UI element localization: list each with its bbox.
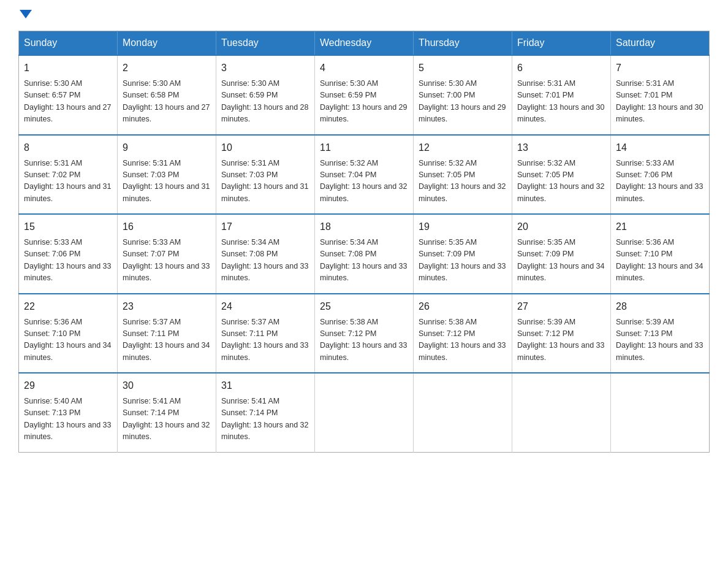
day-info: Sunrise: 5:40 AMSunset: 7:13 PMDaylight:… (24, 396, 112, 443)
calendar-cell: 3Sunrise: 5:30 AMSunset: 6:59 PMDaylight… (216, 55, 315, 135)
day-info: Sunrise: 5:34 AMSunset: 7:08 PMDaylight:… (221, 237, 309, 285)
calendar-cell: 21Sunrise: 5:36 AMSunset: 7:10 PMDayligh… (611, 214, 710, 294)
day-info: Sunrise: 5:37 AMSunset: 7:11 PMDaylight:… (123, 316, 211, 364)
day-info: Sunrise: 5:39 AMSunset: 7:12 PMDaylight:… (517, 316, 605, 364)
day-info: Sunrise: 5:32 AMSunset: 7:04 PMDaylight:… (320, 158, 408, 205)
calendar-header-thursday: Thursday (414, 31, 512, 56)
day-number: 2 (123, 61, 211, 75)
day-number: 1 (24, 61, 112, 75)
day-info: Sunrise: 5:35 AMSunset: 7:09 PMDaylight:… (517, 237, 605, 285)
day-info: Sunrise: 5:38 AMSunset: 7:12 PMDaylight:… (320, 316, 408, 364)
day-info: Sunrise: 5:39 AMSunset: 7:13 PMDaylight:… (616, 316, 704, 364)
day-info: Sunrise: 5:33 AMSunset: 7:06 PMDaylight:… (24, 237, 112, 285)
calendar-week-row: 8Sunrise: 5:31 AMSunset: 7:02 PMDaylight… (19, 135, 710, 215)
calendar-cell: 22Sunrise: 5:36 AMSunset: 7:10 PMDayligh… (19, 294, 118, 373)
calendar-header-tuesday: Tuesday (216, 31, 315, 56)
calendar-cell: 7Sunrise: 5:31 AMSunset: 7:01 PMDaylight… (611, 55, 710, 135)
day-number: 31 (221, 378, 309, 393)
calendar-cell: 4Sunrise: 5:30 AMSunset: 6:59 PMDaylight… (315, 55, 414, 135)
day-number: 13 (517, 140, 605, 155)
calendar-header-wednesday: Wednesday (315, 31, 414, 56)
day-number: 6 (517, 61, 605, 75)
day-number: 28 (616, 299, 704, 314)
day-number: 16 (123, 220, 211, 234)
day-info: Sunrise: 5:31 AMSunset: 7:01 PMDaylight:… (517, 78, 605, 126)
day-info: Sunrise: 5:35 AMSunset: 7:09 PMDaylight:… (419, 237, 507, 285)
day-info: Sunrise: 5:31 AMSunset: 7:02 PMDaylight:… (24, 158, 112, 205)
day-number: 18 (320, 220, 408, 234)
calendar-table: SundayMondayTuesdayWednesdayThursdayFrid… (18, 31, 710, 453)
calendar-cell: 26Sunrise: 5:38 AMSunset: 7:12 PMDayligh… (414, 294, 512, 373)
calendar-cell: 30Sunrise: 5:41 AMSunset: 7:14 PMDayligh… (118, 373, 216, 452)
calendar-cell: 24Sunrise: 5:37 AMSunset: 7:11 PMDayligh… (216, 294, 315, 373)
day-number: 23 (123, 299, 211, 314)
day-info: Sunrise: 5:36 AMSunset: 7:10 PMDaylight:… (616, 237, 704, 285)
calendar-cell: 14Sunrise: 5:33 AMSunset: 7:06 PMDayligh… (611, 135, 710, 215)
day-number: 11 (320, 140, 408, 155)
calendar-cell (414, 373, 512, 452)
calendar-cell: 12Sunrise: 5:32 AMSunset: 7:05 PMDayligh… (414, 135, 512, 215)
day-info: Sunrise: 5:32 AMSunset: 7:05 PMDaylight:… (419, 158, 507, 205)
day-number: 14 (616, 140, 704, 155)
day-number: 24 (221, 299, 309, 314)
day-number: 25 (320, 299, 408, 314)
calendar-cell: 25Sunrise: 5:38 AMSunset: 7:12 PMDayligh… (315, 294, 414, 373)
day-info: Sunrise: 5:37 AMSunset: 7:11 PMDaylight:… (221, 316, 309, 364)
calendar-header-friday: Friday (512, 31, 611, 56)
calendar-cell: 17Sunrise: 5:34 AMSunset: 7:08 PMDayligh… (216, 214, 315, 294)
day-number: 26 (419, 299, 507, 314)
calendar-week-row: 22Sunrise: 5:36 AMSunset: 7:10 PMDayligh… (19, 294, 710, 373)
calendar-cell: 15Sunrise: 5:33 AMSunset: 7:06 PMDayligh… (19, 214, 118, 294)
logo (18, 12, 32, 21)
day-number: 29 (24, 378, 112, 393)
day-info: Sunrise: 5:30 AMSunset: 6:58 PMDaylight:… (123, 78, 211, 126)
calendar-cell (512, 373, 611, 452)
day-info: Sunrise: 5:41 AMSunset: 7:14 PMDaylight:… (221, 396, 309, 443)
calendar-cell: 8Sunrise: 5:31 AMSunset: 7:02 PMDaylight… (19, 135, 118, 215)
calendar-cell: 18Sunrise: 5:34 AMSunset: 7:08 PMDayligh… (315, 214, 414, 294)
calendar-cell: 27Sunrise: 5:39 AMSunset: 7:12 PMDayligh… (512, 294, 611, 373)
logo-arrow-icon (20, 10, 32, 18)
calendar-cell: 5Sunrise: 5:30 AMSunset: 7:00 PMDaylight… (414, 55, 512, 135)
day-info: Sunrise: 5:30 AMSunset: 6:59 PMDaylight:… (320, 78, 408, 126)
calendar-header-sunday: Sunday (19, 31, 118, 56)
day-number: 15 (24, 220, 112, 234)
day-number: 5 (419, 61, 507, 75)
day-number: 27 (517, 299, 605, 314)
calendar-cell (315, 373, 414, 452)
day-number: 3 (221, 61, 309, 75)
day-info: Sunrise: 5:33 AMSunset: 7:07 PMDaylight:… (123, 237, 211, 285)
day-info: Sunrise: 5:34 AMSunset: 7:08 PMDaylight:… (320, 237, 408, 285)
day-number: 10 (221, 140, 309, 155)
day-number: 12 (419, 140, 507, 155)
day-info: Sunrise: 5:32 AMSunset: 7:05 PMDaylight:… (517, 158, 605, 205)
day-info: Sunrise: 5:31 AMSunset: 7:03 PMDaylight:… (123, 158, 211, 205)
day-number: 30 (123, 378, 211, 393)
calendar-cell: 31Sunrise: 5:41 AMSunset: 7:14 PMDayligh… (216, 373, 315, 452)
calendar-cell: 16Sunrise: 5:33 AMSunset: 7:07 PMDayligh… (118, 214, 216, 294)
calendar-cell: 19Sunrise: 5:35 AMSunset: 7:09 PMDayligh… (414, 214, 512, 294)
day-number: 22 (24, 299, 112, 314)
day-info: Sunrise: 5:30 AMSunset: 7:00 PMDaylight:… (419, 78, 507, 126)
day-number: 17 (221, 220, 309, 234)
calendar-header-saturday: Saturday (611, 31, 710, 56)
calendar-cell: 9Sunrise: 5:31 AMSunset: 7:03 PMDaylight… (118, 135, 216, 215)
day-info: Sunrise: 5:36 AMSunset: 7:10 PMDaylight:… (24, 316, 112, 364)
day-info: Sunrise: 5:30 AMSunset: 6:59 PMDaylight:… (221, 78, 309, 126)
page-header (18, 12, 710, 21)
day-info: Sunrise: 5:30 AMSunset: 6:57 PMDaylight:… (24, 78, 112, 126)
calendar-cell: 13Sunrise: 5:32 AMSunset: 7:05 PMDayligh… (512, 135, 611, 215)
calendar-cell: 28Sunrise: 5:39 AMSunset: 7:13 PMDayligh… (611, 294, 710, 373)
calendar-header-monday: Monday (118, 31, 216, 56)
day-info: Sunrise: 5:38 AMSunset: 7:12 PMDaylight:… (419, 316, 507, 364)
day-info: Sunrise: 5:33 AMSunset: 7:06 PMDaylight:… (616, 158, 704, 205)
day-info: Sunrise: 5:31 AMSunset: 7:01 PMDaylight:… (616, 78, 704, 126)
day-info: Sunrise: 5:31 AMSunset: 7:03 PMDaylight:… (221, 158, 309, 205)
day-number: 19 (419, 220, 507, 234)
day-info: Sunrise: 5:41 AMSunset: 7:14 PMDaylight:… (123, 396, 211, 443)
calendar-cell: 29Sunrise: 5:40 AMSunset: 7:13 PMDayligh… (19, 373, 118, 452)
calendar-cell: 20Sunrise: 5:35 AMSunset: 7:09 PMDayligh… (512, 214, 611, 294)
calendar-cell: 23Sunrise: 5:37 AMSunset: 7:11 PMDayligh… (118, 294, 216, 373)
day-number: 7 (616, 61, 704, 75)
calendar-cell: 6Sunrise: 5:31 AMSunset: 7:01 PMDaylight… (512, 55, 611, 135)
